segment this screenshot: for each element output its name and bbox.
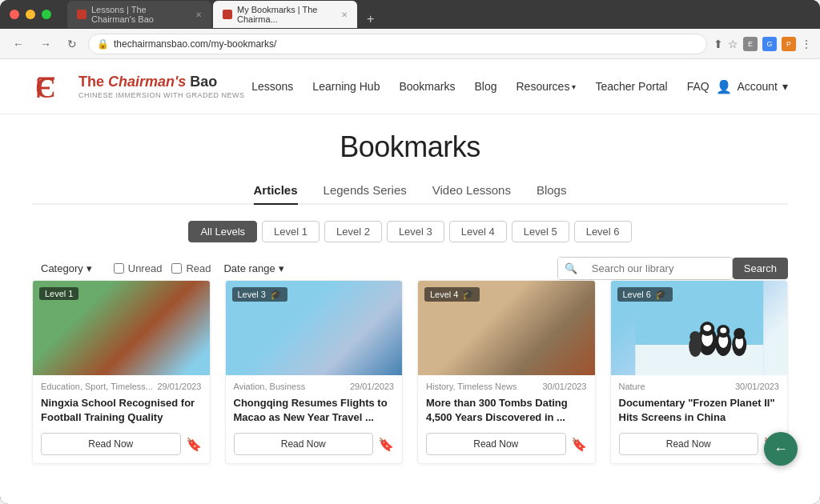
- article-card-2: Level 3 🎓 Aviation, Business 29/01/2023 …: [225, 280, 404, 464]
- read-now-button-2[interactable]: Read Now: [234, 433, 374, 455]
- article-card-3: Level 4 🎓 History, Timeless News 30/01/2…: [417, 280, 596, 464]
- tab-bookmarks[interactable]: My Bookmarks | The Chairma... ✕: [213, 1, 357, 28]
- nav-learning-hub[interactable]: Learning Hub: [312, 80, 380, 93]
- search-button[interactable]: Search: [733, 258, 788, 279]
- search-icon: 🔍: [558, 258, 584, 279]
- extension-icon-1[interactable]: E: [743, 37, 758, 51]
- maximize-button[interactable]: [42, 10, 51, 19]
- card-footer-1: Read Now 🔖: [41, 433, 202, 455]
- category-label: Category: [41, 262, 83, 274]
- nav-teacher-portal[interactable]: Teacher Portal: [595, 80, 667, 93]
- level-filter-3[interactable]: Level 3: [387, 221, 444, 242]
- site-header: C The Chairman's Bao CHINESE IMMERSION W…: [0, 59, 820, 114]
- date-range-filter[interactable]: Date range ▾: [223, 262, 283, 274]
- read-checkbox-label[interactable]: Read: [171, 262, 211, 274]
- card-footer-3: Read Now 🔖: [426, 433, 587, 455]
- bookmark-button-3[interactable]: 🔖: [571, 437, 587, 452]
- close-button[interactable]: [10, 10, 19, 19]
- article-card-1: Level 1 Education, Sport, Timeless... 29…: [32, 280, 211, 464]
- back-to-top-button[interactable]: ←: [764, 432, 798, 466]
- card-footer-2: Read Now 🔖: [234, 433, 395, 455]
- nav-resources[interactable]: Resources ▾: [516, 80, 576, 93]
- card-meta-4: Nature 30/01/2023: [619, 382, 780, 391]
- tab-articles[interactable]: Articles: [254, 183, 298, 205]
- date-range-arrow: ▾: [279, 262, 284, 274]
- level-badge-text-3: Level 4: [430, 290, 458, 299]
- toolbar-right: ⬆ ☆ E G P ⋮: [713, 37, 812, 51]
- share-icon[interactable]: ⬆: [713, 38, 723, 50]
- tab-label-lessons: Lessons | The Chairman's Bao: [91, 5, 191, 24]
- card-title-4: Documentary "Frozen Planet II" Hits Scre…: [619, 396, 780, 425]
- grad-icon-4: 🎓: [655, 289, 667, 300]
- tab-lessons[interactable]: Lessons | The Chairman's Bao ✕: [67, 1, 211, 28]
- bookmark-button-1[interactable]: 🔖: [186, 437, 202, 452]
- level-filter-2[interactable]: Level 2: [324, 221, 382, 242]
- read-now-button-1[interactable]: Read Now: [41, 433, 181, 455]
- bookmark-star-icon[interactable]: ☆: [728, 38, 738, 50]
- card-body-1: Education, Sport, Timeless... 29/01/2023…: [33, 375, 210, 463]
- card-date-1: 29/01/2023: [157, 382, 201, 391]
- tab-close-lessons[interactable]: ✕: [195, 10, 202, 19]
- tab-legends-series[interactable]: Legends Series: [324, 183, 407, 205]
- forward-button[interactable]: →: [35, 34, 56, 54]
- search-input[interactable]: [584, 258, 732, 279]
- card-image-1: Level 1: [33, 281, 210, 375]
- tab-blogs[interactable]: Blogs: [537, 183, 567, 205]
- browser-window: Lessons | The Chairman's Bao ✕ My Bookma…: [0, 0, 820, 504]
- level-badge-text-2: Level 3: [238, 290, 266, 299]
- svg-point-10: [703, 325, 711, 331]
- level-badge-text-4: Level 6: [623, 290, 651, 299]
- card-title-2: Chongqing Resumes Flights to Macao as Ne…: [234, 396, 395, 425]
- svg-point-14: [720, 328, 726, 334]
- card-meta-1: Education, Sport, Timeless... 29/01/2023: [41, 382, 202, 391]
- level-filter-6[interactable]: Level 6: [574, 221, 632, 242]
- page-title: Bookmarks: [32, 130, 788, 164]
- address-bar[interactable]: 🔒 thechairmansbao.com/my-bookmarks/: [88, 34, 707, 54]
- read-now-button-3[interactable]: Read Now: [426, 433, 566, 455]
- refresh-button[interactable]: ↻: [62, 34, 82, 54]
- level-badge-2: Level 3 🎓: [232, 287, 287, 302]
- lock-icon: 🔒: [97, 38, 109, 50]
- card-category-4: Nature: [619, 382, 645, 391]
- read-checkbox[interactable]: [171, 263, 182, 274]
- account-menu[interactable]: 👤 Account ▾: [716, 79, 788, 94]
- card-date-4: 30/01/2023: [735, 382, 779, 391]
- account-label: Account: [737, 80, 778, 93]
- bookmark-button-2[interactable]: 🔖: [378, 437, 394, 452]
- minimize-button[interactable]: [26, 10, 35, 19]
- back-button[interactable]: ←: [8, 34, 29, 54]
- nav-blog[interactable]: Blog: [474, 80, 496, 93]
- level-filter-all[interactable]: All Levels: [188, 221, 257, 242]
- unread-checkbox[interactable]: [114, 263, 124, 274]
- tab-favicon-lessons: [77, 10, 86, 19]
- resources-dropdown-arrow: ▾: [572, 82, 576, 91]
- level-badge-4: Level 6 🎓: [617, 287, 673, 302]
- extension-icon-3[interactable]: P: [782, 37, 796, 51]
- nav-lessons[interactable]: Lessons: [251, 80, 293, 93]
- level-filter-1[interactable]: Level 1: [262, 221, 320, 242]
- nav-faq[interactable]: FAQ: [687, 80, 709, 93]
- card-body-4: Nature 30/01/2023 Documentary "Frozen Pl…: [611, 375, 788, 463]
- filter-row: Category ▾ Unread Read: [32, 257, 788, 280]
- level-filter-4[interactable]: Level 4: [449, 221, 507, 242]
- search-wrapper: 🔍: [557, 257, 733, 280]
- menu-icon[interactable]: ⋮: [801, 38, 812, 50]
- address-text: thechairmansbao.com/my-bookmarks/: [114, 38, 276, 50]
- nav-bookmarks[interactable]: Bookmarks: [399, 80, 455, 93]
- filter-left: Category ▾ Unread Read: [32, 258, 284, 279]
- card-image-3: Level 4 🎓: [418, 281, 595, 375]
- level-filter-5[interactable]: Level 5: [512, 221, 569, 242]
- logo-area: C The Chairman's Bao CHINESE IMMERSION W…: [32, 67, 245, 106]
- tab-video-lessons[interactable]: Video Lessons: [432, 183, 511, 205]
- unread-checkbox-label[interactable]: Unread: [114, 262, 163, 274]
- site-nav: Lessons Learning Hub Bookmarks Blog Reso…: [245, 80, 717, 93]
- category-filter[interactable]: Category ▾: [32, 258, 101, 279]
- extension-icon-2[interactable]: G: [762, 37, 777, 51]
- new-tab-button[interactable]: +: [362, 10, 379, 28]
- read-now-button-4[interactable]: Read Now: [619, 433, 759, 455]
- card-body-3: History, Timeless News 30/01/2023 More t…: [418, 375, 595, 463]
- unread-label: Unread: [128, 262, 163, 274]
- card-date-3: 30/01/2023: [542, 382, 586, 391]
- browser-titlebar: Lessons | The Chairman's Bao ✕ My Bookma…: [0, 0, 820, 29]
- tab-close-bookmarks[interactable]: ✕: [341, 10, 348, 19]
